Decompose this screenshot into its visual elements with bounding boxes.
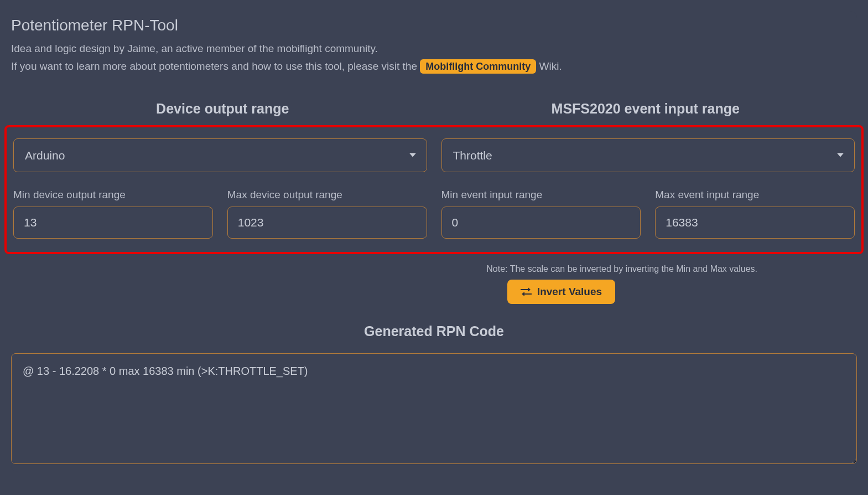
device-select[interactable]: Arduino bbox=[13, 138, 427, 172]
note-row: Note: The scale can be inverted by inver… bbox=[11, 264, 857, 274]
device-output-heading: Device output range bbox=[11, 101, 434, 117]
min-event-input[interactable] bbox=[441, 207, 641, 239]
page-title: Potentiometer RPN-Tool bbox=[11, 17, 857, 34]
generated-code-heading: Generated RPN Code bbox=[11, 323, 857, 339]
max-event-input[interactable] bbox=[655, 207, 855, 239]
swap-icon bbox=[521, 287, 532, 296]
min-device-group: Min device output range bbox=[13, 189, 213, 239]
min-event-label: Min event input range bbox=[441, 189, 641, 201]
invert-note: Note: The scale can be inverted by inver… bbox=[486, 264, 757, 274]
desc-line-1: Idea and logic design by Jaime, an activ… bbox=[11, 40, 857, 58]
invert-button-label: Invert Values bbox=[537, 286, 602, 298]
header: Potentiometer RPN-Tool Idea and logic de… bbox=[11, 17, 857, 87]
description: Idea and logic design by Jaime, an activ… bbox=[11, 40, 857, 76]
wiki-link[interactable]: Mobiflight Community bbox=[420, 59, 536, 74]
desc-line-2: If you want to learn more about potentio… bbox=[11, 58, 857, 75]
section-headings: Device output range MSFS2020 event input… bbox=[11, 101, 857, 117]
event-input-heading: MSFS2020 event input range bbox=[434, 101, 857, 117]
device-select-wrapper: Arduino bbox=[13, 138, 427, 172]
min-event-group: Min event input range bbox=[441, 189, 641, 239]
rpn-tool-panel: Potentiometer RPN-Tool Idea and logic de… bbox=[11, 11, 857, 472]
event-select-wrapper: Throttle bbox=[441, 138, 855, 172]
selects-row: Arduino Throttle bbox=[7, 138, 861, 172]
min-device-label: Min device output range bbox=[13, 189, 213, 201]
max-device-label: Max device output range bbox=[227, 189, 427, 201]
max-device-group: Max device output range bbox=[227, 189, 427, 239]
generated-code-textarea[interactable] bbox=[11, 353, 857, 464]
max-event-label: Max event input range bbox=[655, 189, 855, 201]
highlighted-inputs-box: Arduino Throttle Min device output range… bbox=[4, 125, 864, 254]
invert-row: Invert Values bbox=[11, 280, 857, 304]
desc-line-2-suffix: Wiki. bbox=[536, 60, 562, 72]
min-device-input[interactable] bbox=[13, 207, 213, 239]
max-event-group: Max event input range bbox=[655, 189, 855, 239]
max-device-input[interactable] bbox=[227, 207, 427, 239]
inputs-row: Min device output range Max device outpu… bbox=[7, 189, 861, 239]
desc-line-2-prefix: If you want to learn more about potentio… bbox=[11, 60, 420, 72]
invert-values-button[interactable]: Invert Values bbox=[507, 280, 615, 304]
event-select[interactable]: Throttle bbox=[441, 138, 855, 172]
